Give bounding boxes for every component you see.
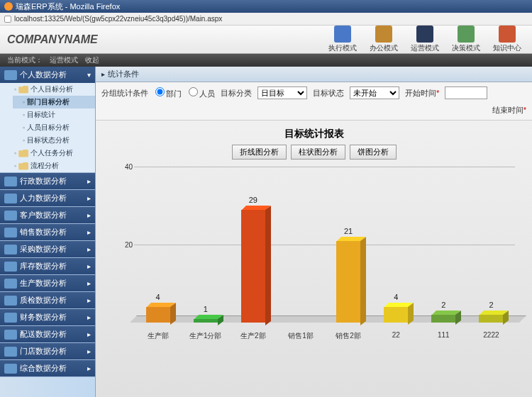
tree-item[interactable]: 人员目标分析 [13,121,95,134]
sidebar-item[interactable]: 门店数据分析▸ [0,343,95,359]
class-label: 目标分类 [221,88,252,99]
module-icon [4,70,17,80]
chevron-right-icon: ▸ [87,262,91,270]
topnav-label: 办公模式 [370,43,398,53]
mode-statusbar: 当前模式： 运营模式 收起 [0,54,532,67]
bar: 29 [229,210,277,323]
module-icon [4,177,17,186]
browser-urlbar[interactable]: localhost:13325/Web/(S(gw5cpx22vzneiu45c… [0,13,532,26]
tree-item[interactable]: 个人任务分析 [13,147,95,160]
module-icon [4,262,17,272]
topnav-label: 决策模式 [452,43,480,53]
bar: 4 [372,307,420,323]
bar-value-label: 2 [441,301,445,309]
folder-icon [18,86,28,94]
bar-value-label: 29 [249,196,257,204]
x-tick-label: 111 [420,323,467,351]
y-tick: 40 [125,163,133,171]
chart-tab[interactable]: 柱状图分析 [291,145,345,160]
sidebar-item[interactable]: 质检数据分析▸ [0,292,95,308]
bar-value-label: 4 [394,293,398,301]
collapse-action[interactable]: 收起 [85,55,99,65]
chevron-right-icon: ▸ [87,364,91,372]
sidebar-item-personal-data[interactable]: 个人数据分析 ▾ [0,67,95,83]
radio-person[interactable]: 人员 [187,87,215,99]
chevron-down-icon: ▾ [87,71,91,79]
mode-value: 运营模式 [50,55,78,65]
sidebar-item[interactable]: 财务数据分析▸ [0,309,95,325]
topnav-item[interactable]: 运营模式 [407,26,443,53]
tree-root[interactable]: 个人目标分析 [13,83,95,96]
tree-item[interactable]: 目标状态分析 [13,134,95,147]
panel-header[interactable]: 统计条件 [96,67,532,82]
sidebar-item[interactable]: 库存数据分析▸ [0,258,95,274]
status-select[interactable]: 未开始 [350,86,399,99]
folder-icon [18,150,28,157]
chart-title: 目标统计报表 [106,128,522,140]
x-tick-label: 生产1分部 [182,323,229,351]
sidebar-item[interactable]: 配送数据分析▸ [0,326,95,342]
module-icon [4,330,17,340]
sidebar-item-label: 客户数据分析 [20,210,67,220]
chevron-right-icon: ▸ [87,347,91,355]
tree-item[interactable]: 目标统计 [13,108,95,121]
chevron-right-icon: ▸ [87,211,91,219]
folder-icon [18,162,28,170]
end-time-label: 结束时间* [492,105,526,116]
chevron-right-icon: ▸ [87,296,91,304]
chart-tab[interactable]: 饼图分析 [350,145,397,160]
module-icon [4,313,17,323]
sidebar-item-label: 门店数据分析 [20,346,67,357]
sidebar-item-label: 个人数据分析 [20,69,67,80]
class-select[interactable]: 日目标 [257,86,307,99]
topnav-icon [375,26,392,43]
topnav-item[interactable]: 决策模式 [448,26,484,53]
topnav-label: 执行模式 [328,43,357,53]
topnav-label: 运营模式 [411,43,439,53]
chevron-right-icon: ▸ [87,313,91,321]
topnav-item[interactable]: 执行模式 [325,26,360,53]
tree-item[interactable]: 流程分析 [13,160,95,172]
x-tick-label: 生产部 [134,323,182,351]
sidebar-item[interactable]: 综合数据分析▸ [0,360,95,376]
topnav-icon [499,26,516,43]
module-icon [4,364,17,374]
browser-titlebar: 瑞森ERP系统 - Mozilla Firefox [0,0,532,13]
sidebar-item-label: 综合数据分析 [20,363,67,374]
chevron-right-icon: ▸ [87,279,91,287]
firefox-icon [4,2,13,11]
topnav-item[interactable]: 办公模式 [366,26,401,53]
sidebar-item[interactable]: 采购数据分析▸ [0,241,95,257]
chevron-right-icon: ▸ [87,245,91,253]
module-icon [4,347,17,357]
tree-item[interactable]: 部门目标分析 [13,96,95,108]
window-title: 瑞森ERP系统 - Mozilla Firefox [16,1,120,12]
page-icon [4,16,11,23]
x-tick-label: 22 [372,323,420,351]
sidebar-item[interactable]: 人力数据分析▸ [0,190,95,206]
main-content: 统计条件 分组统计条件 部门 人员 目标分类 日目标 目标状态 未开始 开始时间… [96,67,532,397]
bar-chart: 2040 4 1 29 21 4 [134,167,515,351]
sidebar-item[interactable]: 销售数据分析▸ [0,224,95,240]
sidebar-item-label: 人力数据分析 [20,193,67,203]
bar: 4 [134,307,182,323]
mode-label: 当前模式： [7,55,43,65]
radio-dept[interactable]: 部门 [154,87,182,99]
bar-value-label: 2 [489,301,493,309]
top-nav: 执行模式办公模式运营模式决策模式知识中心 [325,26,525,53]
chart-tab[interactable]: 折线图分析 [232,145,287,160]
sidebar-item[interactable]: 生产数据分析▸ [0,275,95,291]
bar: 21 [325,241,372,323]
bars-container: 4 1 29 21 4 2 [134,167,515,323]
start-time-input[interactable] [445,86,487,99]
chevron-right-icon: ▸ [87,228,91,236]
company-logo: COMPANYNAME [7,33,98,46]
sidebar-item[interactable]: 行政数据分析▸ [0,173,95,189]
app-header: COMPANYNAME 执行模式办公模式运营模式决策模式知识中心 [0,26,532,54]
x-tick-label: 生产2部 [229,323,277,351]
chevron-right-icon: ▸ [87,194,91,202]
topnav-item[interactable]: 知识中心 [489,26,525,53]
sidebar-item[interactable]: 客户数据分析▸ [0,207,95,223]
topnav-icon [458,26,475,43]
sidebar: 个人数据分析 ▾ 个人目标分析 部门目标分析目标统计人员目标分析目标状态分析 个… [0,67,96,397]
